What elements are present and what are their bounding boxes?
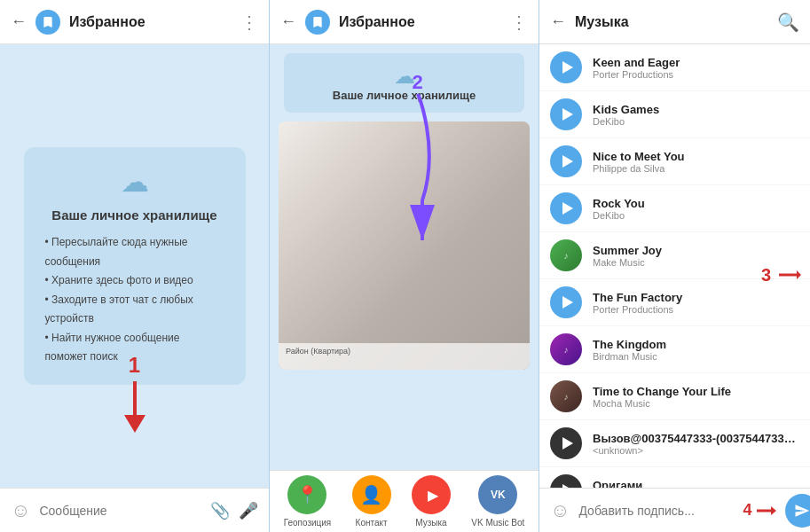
music-info-10: Оригами Лион feat. Иван Дорн bbox=[593, 479, 799, 489]
left-back-button[interactable]: ← bbox=[11, 12, 27, 31]
play-button-10[interactable] bbox=[550, 474, 582, 488]
right-input-area: ☺ 4 bbox=[539, 488, 810, 532]
middle-back-button[interactable]: ← bbox=[280, 12, 296, 31]
music-title-3: Nice to Meet You bbox=[593, 150, 799, 163]
middle-header-icon bbox=[305, 10, 330, 35]
storage-card-list: Пересылайте сюда нужные сообщения Хранит… bbox=[45, 233, 224, 367]
vk-icon: VK bbox=[478, 475, 517, 514]
music-artist-7: Birdman Music bbox=[593, 351, 799, 362]
play-button-6[interactable] bbox=[550, 286, 582, 318]
music-list: Keen and Eager Porter Productions Kids G… bbox=[539, 44, 810, 488]
play-button-4[interactable] bbox=[550, 192, 582, 224]
storage-card-left: ☁ Ваше личное хранилище Пересылайте сюда… bbox=[24, 147, 246, 385]
emoji-button-left[interactable]: ☺ bbox=[11, 499, 30, 522]
attach-button-left[interactable]: 📎 bbox=[210, 501, 230, 520]
thumbnail-5: ♪ bbox=[550, 239, 582, 271]
music-item-1[interactable]: Keen and Eager Porter Productions bbox=[539, 44, 810, 91]
music-artist-5: Make Music bbox=[593, 257, 799, 268]
right-header-title: Музыка bbox=[575, 14, 777, 30]
music-info-3: Nice to Meet You Philippe da Silva bbox=[593, 150, 799, 174]
music-item-7[interactable]: ♪ The Kingdom Birdman Music bbox=[539, 326, 810, 373]
svg-marker-1 bbox=[124, 415, 145, 433]
music-title-4: Rock You bbox=[593, 197, 799, 210]
music-item-9[interactable]: Вызов@00375447333-(00375447333232… <unkn… bbox=[539, 420, 810, 467]
music-title-5: Summer Joy bbox=[593, 244, 799, 257]
music-artist-3: Philippe da Silva bbox=[593, 163, 799, 174]
music-title-1: Keen and Eager bbox=[593, 56, 799, 69]
music-item-6[interactable]: The Fun Factory Porter Productions bbox=[539, 279, 810, 326]
caption-input[interactable] bbox=[578, 504, 734, 518]
play-button-3[interactable] bbox=[550, 145, 582, 177]
music-info-5: Summer Joy Make Music bbox=[593, 244, 799, 268]
music-item-10[interactable]: Оригами Лион feat. Иван Дорн bbox=[539, 467, 810, 488]
music-info-6: The Fun Factory Porter Productions bbox=[593, 291, 799, 315]
music-title-10: Оригами bbox=[593, 479, 799, 489]
music-item-8[interactable]: ♪ Time to Change Your Life Mocha Music bbox=[539, 373, 810, 420]
toolbar-music[interactable]: ▶ Музыка bbox=[412, 475, 451, 528]
left-header-title: Избранное bbox=[69, 14, 240, 30]
play-button-2[interactable] bbox=[550, 98, 582, 130]
toolbar-geo[interactable]: 📍 Геопозиция bbox=[284, 475, 332, 528]
music-artist-9: <unknown> bbox=[593, 445, 799, 456]
middle-header: ← Избранное ⋮ bbox=[270, 0, 539, 44]
emoji-button-right[interactable]: ☺ bbox=[550, 499, 570, 522]
music-artist-2: DeKibo bbox=[593, 116, 799, 127]
cloud-icon: ☁ bbox=[45, 165, 224, 199]
right-header: ← Музыка 🔍 bbox=[539, 0, 810, 44]
thumbnail-7: ♪ bbox=[550, 333, 582, 365]
music-label: Музыка bbox=[415, 518, 446, 528]
music-item-2[interactable]: Kids Games DeKibo bbox=[539, 91, 810, 138]
storage-card-middle: ☁ Ваше личное хранилище bbox=[284, 53, 524, 113]
middle-header-title: Избранное bbox=[339, 14, 510, 30]
cloud-icon-mid: ☁ bbox=[298, 64, 510, 89]
contact-label: Контакт bbox=[356, 518, 388, 528]
play-button-9[interactable] bbox=[550, 427, 582, 459]
image-caption: Район (Квартира) bbox=[279, 343, 530, 370]
music-info-9: Вызов@00375447333-(00375447333232… <unkn… bbox=[593, 432, 799, 456]
right-back-button[interactable]: ← bbox=[550, 12, 566, 31]
music-item-3[interactable]: Nice to Meet You Philippe da Silva bbox=[539, 138, 810, 185]
music-icon: ▶ bbox=[412, 475, 451, 514]
music-artist-8: Mocha Music bbox=[593, 398, 799, 409]
bottom-toolbar: 📍 Геопозиция 👤 Контакт ▶ Музыка VK VK Mu… bbox=[270, 470, 539, 532]
toolbar-contact[interactable]: 👤 Контакт bbox=[352, 475, 391, 528]
toolbar-vkbot[interactable]: VK VK Music Bot bbox=[471, 475, 524, 528]
image-container-mid: Район (Квартира) bbox=[279, 121, 530, 370]
storage-card-title: Ваше личное хранилище bbox=[45, 207, 224, 223]
svg-marker-6 bbox=[771, 506, 776, 515]
geo-label: Геопозиция bbox=[284, 518, 332, 528]
annotation-number-4: 4 bbox=[743, 501, 751, 520]
left-chat-area: ☁ Ваше личное хранилище Пересылайте сюда… bbox=[0, 44, 269, 488]
music-info-1: Keen and Eager Porter Productions bbox=[593, 56, 799, 80]
annotation-number-1: 1 bbox=[129, 353, 140, 378]
vkbot-label: VK Music Bot bbox=[471, 518, 524, 528]
play-button-1[interactable] bbox=[550, 51, 582, 83]
middle-menu-button[interactable]: ⋮ bbox=[510, 12, 528, 33]
middle-chat-area: ☁ Ваше личное хранилище Район (Квартира)… bbox=[270, 44, 539, 470]
music-info-4: Rock You DeKibo bbox=[593, 197, 799, 221]
left-header: ← Избранное ⋮ bbox=[0, 0, 269, 44]
music-title-9: Вызов@00375447333-(00375447333232… bbox=[593, 432, 799, 445]
music-info-7: The Kingdom Birdman Music bbox=[593, 338, 799, 362]
left-header-icon bbox=[35, 10, 60, 35]
search-button[interactable]: 🔍 bbox=[777, 12, 799, 33]
music-title-7: The Kingdom bbox=[593, 338, 799, 351]
message-input-left[interactable] bbox=[39, 504, 201, 518]
music-item-5[interactable]: ♪ Summer Joy Make Music bbox=[539, 232, 810, 279]
left-input-area: ☺ 📎 🎤 bbox=[0, 488, 269, 532]
right-panel: ← Музыка 🔍 Keen and Eager Porter Product… bbox=[539, 0, 810, 532]
send-button[interactable] bbox=[785, 494, 810, 528]
music-item-4[interactable]: Rock You DeKibo bbox=[539, 185, 810, 232]
music-title-6: The Fun Factory bbox=[593, 291, 799, 304]
left-menu-button[interactable]: ⋮ bbox=[240, 12, 258, 33]
mic-button-left[interactable]: 🎤 bbox=[239, 501, 258, 520]
music-artist-6: Porter Productions bbox=[593, 304, 799, 315]
down-arrow-1 bbox=[117, 381, 153, 434]
image-mock: Район (Квартира) bbox=[279, 121, 530, 370]
left-panel: ← Избранное ⋮ ☁ Ваше личное хранилище Пе… bbox=[0, 0, 270, 532]
music-title-8: Time to Change Your Life bbox=[593, 385, 799, 398]
storage-card-title-mid: Ваше личное хранилище bbox=[298, 89, 510, 102]
annotation-arrow-4 bbox=[753, 498, 778, 523]
list-item: Заходите в этот чат с любых устройств bbox=[45, 291, 224, 329]
middle-panel: ← Избранное ⋮ ☁ Ваше личное хранилище Ра… bbox=[270, 0, 539, 532]
